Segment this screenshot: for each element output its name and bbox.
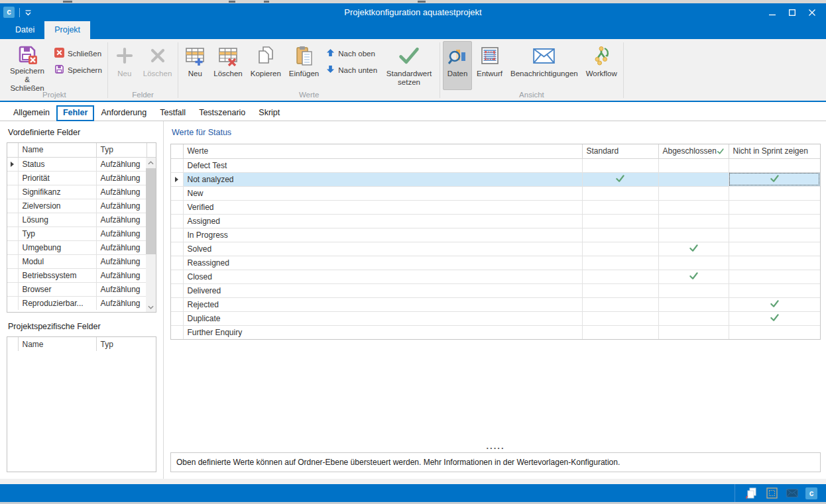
standard-cell[interactable] xyxy=(582,311,658,325)
value-name-cell[interactable]: Verified xyxy=(183,200,582,214)
close-project-button[interactable]: Schließen xyxy=(52,46,105,60)
column-header-nicht-in-sprint[interactable]: Nicht in Sprint zeigen xyxy=(729,144,820,158)
field-name-cell[interactable]: Modul xyxy=(18,254,96,268)
row-indicator[interactable] xyxy=(171,297,183,311)
abgeschlossen-cell[interactable] xyxy=(658,186,729,200)
tab-allgemein[interactable]: Allgemein xyxy=(7,105,56,121)
paste-value-button[interactable]: Einfügen xyxy=(286,41,322,90)
nicht-in-sprint-cell[interactable] xyxy=(729,325,820,339)
data-view-button[interactable]: Daten xyxy=(443,41,472,90)
value-name-cell[interactable]: Delivered xyxy=(183,283,582,297)
abgeschlossen-cell[interactable] xyxy=(658,270,729,283)
value-name-cell[interactable]: Closed xyxy=(183,270,582,283)
field-name-cell[interactable]: Typ xyxy=(18,227,96,240)
standard-cell[interactable] xyxy=(582,297,658,311)
row-indicator[interactable] xyxy=(7,171,18,185)
nicht-in-sprint-cell[interactable] xyxy=(729,200,820,214)
nicht-in-sprint-cell[interactable] xyxy=(729,214,820,228)
field-name-cell[interactable]: Signifikanz xyxy=(18,185,96,199)
standard-cell[interactable] xyxy=(582,214,658,228)
value-name-cell[interactable]: New xyxy=(183,186,582,200)
row-indicator[interactable] xyxy=(171,214,183,228)
save-project-button[interactable]: Speichern xyxy=(52,63,105,77)
field-type-cell[interactable]: Aufzählung xyxy=(96,254,147,268)
tab-skript[interactable]: Skript xyxy=(252,105,286,121)
standard-cell[interactable] xyxy=(582,256,658,270)
nicht-in-sprint-cell[interactable] xyxy=(729,311,820,325)
row-indicator[interactable] xyxy=(7,199,18,213)
field-type-cell[interactable]: Aufzählung xyxy=(96,185,147,199)
set-default-value-button[interactable]: Standardwert setzen xyxy=(381,41,437,90)
row-indicator[interactable] xyxy=(171,228,183,242)
row-indicator[interactable] xyxy=(7,185,18,199)
abgeschlossen-cell[interactable] xyxy=(658,200,729,214)
close-button[interactable] xyxy=(802,3,822,21)
value-name-cell[interactable]: Solved xyxy=(183,242,582,256)
minimize-button[interactable] xyxy=(762,3,782,21)
field-type-cell[interactable]: Aufzählung xyxy=(96,213,147,227)
field-type-cell[interactable]: Aufzählung xyxy=(96,171,147,185)
standard-cell[interactable] xyxy=(582,186,658,200)
quick-access-dropdown-icon[interactable] xyxy=(25,7,32,19)
standard-cell[interactable] xyxy=(582,158,658,172)
abgeschlossen-cell[interactable] xyxy=(658,158,729,172)
tab-testfall[interactable]: Testfall xyxy=(153,105,192,121)
field-type-cell[interactable]: Aufzählung xyxy=(96,227,147,240)
abgeschlossen-cell[interactable] xyxy=(658,172,729,186)
row-indicator[interactable] xyxy=(171,242,183,256)
ribbon-tab-datei[interactable]: Datei xyxy=(5,21,44,39)
standard-cell[interactable] xyxy=(582,242,658,256)
standard-cell[interactable] xyxy=(582,325,658,339)
row-indicator[interactable] xyxy=(7,213,18,227)
nicht-in-sprint-cell[interactable] xyxy=(729,186,820,200)
field-name-cell[interactable]: Priorität xyxy=(18,171,96,185)
field-name-cell[interactable]: Browser xyxy=(18,282,96,296)
value-name-cell[interactable]: Further Enquiry xyxy=(183,325,582,339)
row-indicator[interactable] xyxy=(171,158,183,172)
workflow-button[interactable]: Workflow xyxy=(583,41,620,90)
move-down-button[interactable]: Nach unten xyxy=(324,63,380,77)
frame-icon[interactable] xyxy=(764,486,779,501)
standard-cell[interactable] xyxy=(582,228,658,242)
row-indicator[interactable] xyxy=(7,282,18,296)
nicht-in-sprint-cell[interactable] xyxy=(729,172,820,186)
abgeschlossen-cell[interactable] xyxy=(658,283,729,297)
tab-testszenario[interactable]: Testszenario xyxy=(192,105,252,121)
value-name-cell[interactable]: Not analyzed xyxy=(183,172,582,186)
row-indicator[interactable] xyxy=(7,157,18,171)
save-and-close-button[interactable]: Speichern & Schließen xyxy=(4,41,50,90)
row-indicator[interactable] xyxy=(171,172,183,186)
value-name-cell[interactable]: Defect Test xyxy=(183,158,582,172)
nicht-in-sprint-cell[interactable] xyxy=(729,297,820,311)
row-indicator[interactable] xyxy=(171,283,183,297)
row-indicator[interactable] xyxy=(171,256,183,270)
field-type-cell[interactable]: Aufzählung xyxy=(96,199,147,213)
nicht-in-sprint-cell[interactable] xyxy=(729,283,820,297)
nicht-in-sprint-cell[interactable] xyxy=(729,256,820,270)
abgeschlossen-cell[interactable] xyxy=(658,325,729,339)
abgeschlossen-cell[interactable] xyxy=(658,214,729,228)
column-header-name[interactable]: Name xyxy=(18,337,96,351)
field-name-cell[interactable]: Lösung xyxy=(18,213,96,227)
app-icon[interactable]: c xyxy=(3,7,15,18)
nicht-in-sprint-cell[interactable] xyxy=(729,158,820,172)
row-indicator[interactable] xyxy=(7,254,18,268)
copy-value-button[interactable]: Kopieren xyxy=(247,41,284,90)
field-name-cell[interactable]: Betriebssystem xyxy=(18,268,96,282)
design-view-button[interactable]: Entwurf xyxy=(473,41,506,90)
maximize-button[interactable] xyxy=(782,3,802,21)
notifications-button[interactable]: Benachrichtigungen xyxy=(507,41,581,90)
scrollbar-thumb[interactable] xyxy=(146,168,156,254)
standard-cell[interactable] xyxy=(582,270,658,283)
column-header-werte[interactable]: Werte xyxy=(183,144,582,158)
abgeschlossen-cell[interactable] xyxy=(658,311,729,325)
scroll-up-icon[interactable] xyxy=(146,158,156,168)
row-indicator[interactable] xyxy=(7,296,18,310)
abgeschlossen-cell[interactable] xyxy=(658,228,729,242)
nicht-in-sprint-cell[interactable] xyxy=(729,228,820,242)
field-type-cell[interactable]: Aufzählung xyxy=(96,282,147,296)
field-type-cell[interactable]: Aufzählung xyxy=(96,240,147,254)
column-header-name[interactable]: Name xyxy=(18,143,96,157)
column-header-standard[interactable]: Standard xyxy=(582,144,658,158)
field-type-cell[interactable]: Aufzählung xyxy=(96,157,147,171)
